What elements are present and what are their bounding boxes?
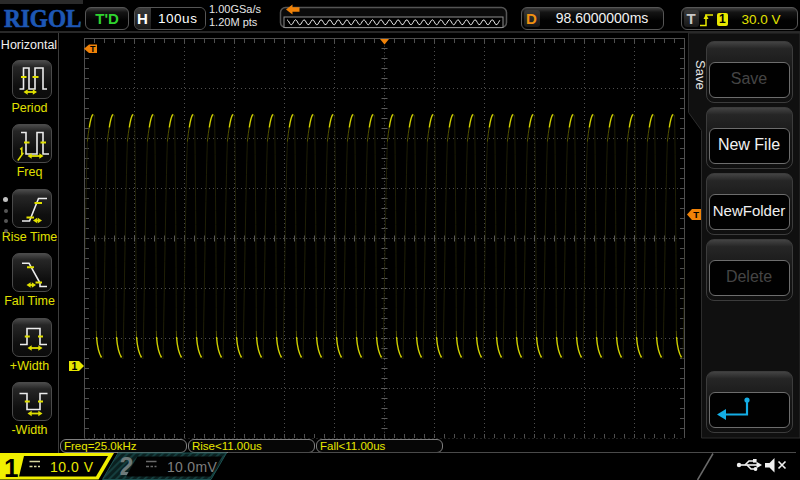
svg-text:1: 1 bbox=[72, 360, 78, 372]
svg-text:1: 1 bbox=[4, 453, 18, 480]
svg-text:T: T bbox=[90, 44, 96, 54]
svg-text:10.0mV: 10.0mV bbox=[167, 459, 217, 475]
svg-text:10.0 V: 10.0 V bbox=[50, 459, 94, 475]
